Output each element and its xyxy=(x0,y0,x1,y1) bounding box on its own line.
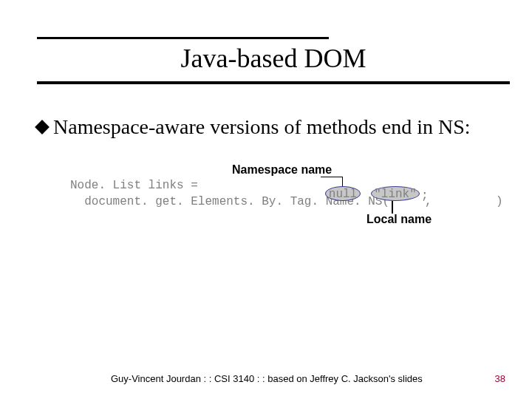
title-rule-bottom xyxy=(37,81,510,84)
code-line-1: Node. List links = xyxy=(70,179,198,192)
page-number: 38 xyxy=(495,373,505,384)
namespace-label: Namespace name xyxy=(232,163,332,177)
diamond-bullet-icon xyxy=(35,120,50,134)
slide-title: Java-based DOM xyxy=(37,43,510,74)
bullet-text: Namespace-aware versions of methods end … xyxy=(53,115,471,138)
slide: Java-based DOM Namespace-aware versions … xyxy=(0,0,532,399)
code-line-2: document. get. Elements. By. Tag. Name. … xyxy=(70,195,503,208)
local-name-label: Local name xyxy=(366,213,432,226)
code-tail: ; xyxy=(421,189,429,202)
title-rule-top xyxy=(37,37,329,39)
code-block: Node. List links = document. get. Elemen… xyxy=(70,177,503,211)
bullet-item: Namespace-aware versions of methods end … xyxy=(37,115,510,140)
local-connector xyxy=(392,201,393,214)
code-arg-null-highlight: null xyxy=(325,186,361,201)
code-arg-link-highlight: "link" xyxy=(371,186,420,201)
footer-attribution: Guy-Vincent Jourdan : : CSI 3140 : : bas… xyxy=(111,373,423,384)
